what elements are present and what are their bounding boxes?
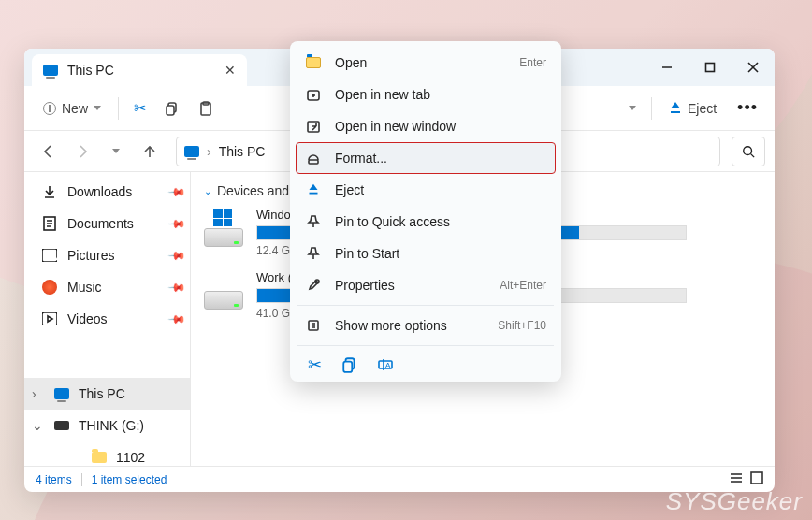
menu-label: Open — [335, 55, 367, 70]
new-label: New — [62, 101, 88, 116]
tree-label: THINK (G:) — [79, 418, 184, 433]
collapse-icon: ⌄ — [204, 186, 211, 196]
search-button[interactable] — [732, 137, 765, 166]
tree-item[interactable]: ›This PC — [24, 378, 190, 410]
up-button[interactable] — [135, 137, 165, 166]
recent-button[interactable] — [101, 137, 131, 166]
pin-icon: 📌 — [167, 278, 187, 297]
pin-icon — [305, 213, 322, 230]
minimize-button[interactable] — [645, 49, 689, 86]
pin-icon — [305, 245, 322, 262]
menu-shortcut: Enter — [519, 56, 546, 69]
chevron-down-icon — [629, 106, 636, 110]
chevron-down-icon — [112, 149, 120, 153]
cut-icon: ✂ — [134, 99, 146, 117]
format-icon — [305, 150, 322, 166]
menu-item-pin-to-start[interactable]: Pin to Start — [296, 238, 556, 269]
pin-icon: 📌 — [167, 310, 187, 329]
status-bar: 4 items 1 item selected — [24, 466, 775, 492]
copy-button[interactable] — [341, 355, 359, 374]
watermark: SYSGeeker — [666, 487, 803, 516]
sidebar-item-label: Documents — [67, 216, 161, 231]
navigation-pane: Downloads📌Documents📌Pictures📌Music📌Video… — [24, 172, 191, 466]
svg-rect-33 — [343, 362, 352, 372]
tab-title: This PC — [67, 63, 114, 78]
sidebar-item-videos[interactable]: Videos📌 — [24, 303, 190, 335]
close-tab-button[interactable]: ✕ — [225, 63, 236, 78]
menu-label: Properties — [335, 278, 395, 293]
close-window-button[interactable] — [732, 49, 775, 86]
menu-bottom-actions: ✂A — [296, 350, 556, 376]
menu-item-eject[interactable]: Eject — [296, 174, 556, 206]
cut-button[interactable]: ✂ — [126, 94, 153, 123]
tree-item[interactable]: 1102 — [24, 441, 190, 466]
rename-button[interactable]: A — [376, 355, 395, 374]
menu-item-open-in-new-window[interactable]: Open in new window — [296, 110, 556, 142]
drive-icon — [204, 270, 243, 310]
eject-icon — [669, 102, 682, 115]
menu-item-open[interactable]: OpenEnter — [296, 47, 556, 79]
maximize-button[interactable] — [689, 49, 732, 86]
videos-icon — [41, 311, 58, 327]
menu-item-properties[interactable]: PropertiesAlt+Enter — [296, 269, 556, 301]
sort-button[interactable] — [621, 94, 644, 123]
details-view-button[interactable] — [730, 471, 743, 487]
menu-shortcut: Shift+F10 — [498, 319, 546, 332]
copy-button[interactable] — [157, 94, 187, 123]
thumbnails-view-button[interactable] — [750, 471, 763, 487]
svg-rect-1 — [706, 64, 715, 72]
context-menu: OpenEnterOpen in new tabOpen in new wind… — [290, 41, 561, 382]
pin-icon: 📌 — [167, 182, 187, 202]
separator — [651, 97, 652, 120]
tree-item[interactable]: ⌄THINK (G:) — [24, 410, 190, 441]
menu-label: Pin to Quick access — [335, 214, 450, 229]
sidebar-item-label: Music — [67, 280, 161, 295]
svg-text:A: A — [385, 361, 391, 369]
tab-this-pc[interactable]: This PC ✕ — [32, 54, 247, 86]
pc-icon — [43, 65, 58, 76]
eject-button[interactable]: Eject — [660, 94, 726, 123]
music-icon — [41, 279, 58, 296]
menu-label: Eject — [335, 182, 364, 197]
breadcrumb-location: This PC — [219, 144, 266, 159]
drive-icon — [204, 208, 243, 247]
more-button[interactable]: ••• — [730, 94, 765, 123]
new-button[interactable]: New — [34, 94, 110, 123]
item-count: 4 items — [36, 473, 72, 486]
back-button[interactable] — [34, 137, 64, 166]
new-window-icon — [305, 118, 322, 135]
sidebar-item-label: Downloads — [67, 184, 161, 199]
menu-label: Open in new tab — [335, 87, 430, 102]
paste-button[interactable] — [191, 94, 221, 123]
cut-button[interactable]: ✂ — [305, 355, 324, 374]
sidebar-item-music[interactable]: Music📌 — [24, 271, 190, 303]
selection-status: 1 item selected — [92, 473, 167, 486]
separator — [118, 97, 119, 120]
pin-icon: 📌 — [167, 214, 187, 234]
menu-item-open-in-new-tab[interactable]: Open in new tab — [296, 79, 556, 110]
svg-rect-26 — [309, 160, 318, 164]
menu-shortcut: Alt+Enter — [500, 279, 546, 292]
folder-icon — [92, 452, 107, 463]
properties-icon — [305, 277, 322, 294]
chevron-down-icon — [94, 106, 101, 110]
tree-label: 1102 — [116, 450, 184, 465]
menu-item-format[interactable]: Format... — [296, 142, 556, 174]
sidebar-item-downloads[interactable]: Downloads📌 — [24, 176, 190, 208]
sidebar-item-pictures[interactable]: Pictures📌 — [24, 239, 190, 271]
svg-point-8 — [744, 146, 752, 154]
window-controls — [645, 49, 775, 86]
sidebar-item-label: Pictures — [67, 248, 161, 263]
menu-item-pin-to-quick-access[interactable]: Pin to Quick access — [296, 206, 556, 238]
pc-icon — [54, 388, 69, 399]
sidebar-item-documents[interactable]: Documents📌 — [24, 208, 190, 239]
menu-item-show-more-options[interactable]: Show more optionsShift+F10 — [296, 310, 556, 341]
more-options-icon — [305, 317, 322, 334]
pin-icon: 📌 — [167, 246, 187, 266]
menu-label: Open in new window — [335, 119, 456, 134]
svg-rect-5 — [167, 106, 174, 115]
folder-open-icon — [305, 54, 322, 71]
new-tab-icon — [305, 86, 322, 103]
menu-label: Format... — [335, 151, 387, 166]
forward-button[interactable] — [67, 137, 97, 166]
